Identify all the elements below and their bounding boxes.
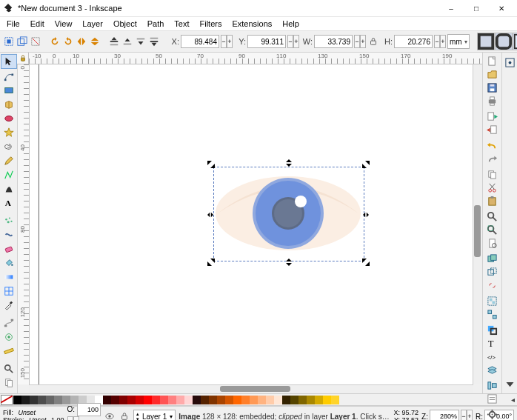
lower-icon[interactable] bbox=[135, 33, 147, 50]
cmd-fillstroke-icon[interactable] bbox=[485, 324, 500, 336]
swatch[interactable] bbox=[241, 396, 250, 404]
select-all-layers-icon[interactable] bbox=[16, 33, 28, 50]
tool-bezier[interactable] bbox=[1, 168, 16, 181]
lower-bottom-icon[interactable] bbox=[148, 33, 160, 50]
swatch[interactable] bbox=[209, 396, 217, 404]
cmd-redo-icon[interactable] bbox=[485, 153, 500, 164]
swatch[interactable] bbox=[184, 396, 193, 404]
flip-h-icon[interactable] bbox=[76, 33, 87, 50]
cmd-clone-icon[interactable] bbox=[485, 267, 500, 278]
x-spinner[interactable]: −+ bbox=[221, 35, 233, 48]
handle-w[interactable] bbox=[207, 211, 215, 219]
deselect-icon[interactable] bbox=[30, 33, 41, 50]
swatch[interactable] bbox=[103, 396, 111, 404]
menu-path[interactable]: Path bbox=[142, 19, 170, 29]
tool-measure[interactable] bbox=[1, 344, 16, 358]
opacity-input[interactable] bbox=[77, 403, 101, 416]
w-input[interactable] bbox=[314, 35, 353, 48]
handle-s[interactable] bbox=[286, 259, 293, 266]
tool-tweak[interactable] bbox=[1, 228, 16, 241]
cmd-group-icon[interactable] bbox=[485, 296, 500, 307]
affect-gradient-icon[interactable] bbox=[513, 33, 517, 50]
swatch[interactable] bbox=[38, 396, 46, 404]
flip-v-icon[interactable] bbox=[89, 33, 101, 50]
tool-selector[interactable] bbox=[1, 54, 17, 69]
handle-n[interactable] bbox=[286, 159, 293, 167]
cmd-cut-icon[interactable] bbox=[485, 182, 500, 193]
w-spinner[interactable]: −+ bbox=[354, 35, 366, 48]
tool-ellipse[interactable] bbox=[1, 112, 16, 125]
vertical-scrollbar[interactable] bbox=[473, 64, 482, 384]
menu-view[interactable]: View bbox=[50, 19, 78, 29]
handle-nw[interactable] bbox=[207, 161, 215, 168]
swatch[interactable] bbox=[144, 396, 152, 404]
tool-mesh[interactable] bbox=[1, 284, 16, 298]
swatch[interactable] bbox=[225, 396, 233, 404]
swatch[interactable] bbox=[111, 396, 119, 404]
cmd-ungroup-icon[interactable] bbox=[485, 309, 500, 320]
affect-corners-icon[interactable] bbox=[495, 33, 513, 50]
h-input[interactable] bbox=[394, 35, 433, 48]
cmd-align-icon[interactable] bbox=[485, 380, 500, 391]
tool-pages[interactable] bbox=[1, 376, 16, 390]
cmd-xml-icon[interactable]: </> bbox=[485, 351, 500, 362]
cmd-print-icon[interactable] bbox=[485, 96, 500, 107]
handle-sw[interactable] bbox=[207, 259, 215, 266]
raise-top-icon[interactable] bbox=[108, 33, 120, 50]
cmd-prefs-icon[interactable] bbox=[485, 409, 500, 420]
tool-zoom[interactable] bbox=[1, 362, 16, 376]
zoom-spinner[interactable]: −+ bbox=[461, 410, 473, 420]
raise-icon[interactable] bbox=[121, 33, 133, 50]
cmd-zoom-draw-icon[interactable] bbox=[485, 224, 500, 236]
window-close[interactable]: ✕ bbox=[489, 1, 514, 16]
swatch[interactable] bbox=[13, 396, 21, 404]
swatch[interactable] bbox=[54, 396, 62, 404]
swatch[interactable] bbox=[233, 396, 241, 404]
swatch[interactable] bbox=[323, 396, 331, 404]
swatch[interactable] bbox=[136, 396, 144, 404]
swatch[interactable] bbox=[315, 396, 323, 404]
swatch[interactable] bbox=[21, 396, 30, 404]
cmd-save-icon[interactable] bbox=[485, 82, 500, 93]
vertical-ruler[interactable]: 04080120150 bbox=[18, 64, 30, 384]
horizontal-ruler[interactable]: -10010 305070 90110130 150170190 bbox=[29, 53, 482, 64]
swatch[interactable] bbox=[290, 396, 298, 404]
lock-aspect-icon[interactable] bbox=[367, 33, 379, 50]
swatch[interactable] bbox=[193, 396, 201, 404]
y-spinner[interactable]: −+ bbox=[287, 35, 299, 48]
select-all-icon[interactable] bbox=[3, 33, 15, 50]
fill-stroke-indicator[interactable]: Fill: Unset Stroke: Unset 1.00 bbox=[3, 409, 64, 420]
swatch[interactable] bbox=[201, 396, 209, 404]
tool-lpe[interactable] bbox=[1, 330, 16, 344]
tool-star[interactable] bbox=[1, 126, 16, 139]
cmd-open-icon[interactable] bbox=[485, 69, 500, 80]
layer-lock-icon[interactable] bbox=[119, 410, 130, 420]
unit-select[interactable]: mm bbox=[447, 34, 470, 49]
swatch[interactable] bbox=[298, 396, 307, 404]
swatch[interactable] bbox=[127, 396, 136, 404]
swatch[interactable] bbox=[331, 396, 339, 404]
cmd-copy-icon[interactable] bbox=[485, 169, 500, 180]
snap-more-icon[interactable] bbox=[502, 377, 517, 390]
menu-help[interactable]: Help bbox=[277, 19, 304, 29]
handle-se[interactable] bbox=[362, 259, 370, 266]
tool-calligraphy[interactable] bbox=[1, 182, 16, 196]
menu-filters[interactable]: Filters bbox=[195, 19, 227, 29]
cmd-unlink-icon[interactable] bbox=[485, 280, 500, 291]
horizontal-scrollbar[interactable] bbox=[29, 384, 473, 393]
swatch[interactable] bbox=[30, 396, 38, 404]
tool-bucket[interactable] bbox=[1, 256, 16, 270]
swatch[interactable] bbox=[152, 396, 160, 404]
layer-selector[interactable]: ▴▾Layer 1▾ bbox=[133, 410, 176, 420]
tool-pencil[interactable] bbox=[1, 154, 16, 167]
menu-file[interactable]: File bbox=[1, 19, 25, 29]
swatch[interactable] bbox=[274, 396, 282, 404]
cmd-import-icon[interactable] bbox=[485, 111, 500, 122]
layer-visibility-icon[interactable] bbox=[104, 410, 116, 420]
cmd-export-icon[interactable] bbox=[485, 124, 500, 136]
palette-menu-icon[interactable]: ◂ bbox=[508, 396, 517, 404]
swatch[interactable] bbox=[119, 396, 127, 404]
opacity-spinner[interactable]: −+ bbox=[67, 416, 79, 420]
swatch[interactable] bbox=[217, 396, 225, 404]
tool-spray[interactable] bbox=[1, 214, 16, 227]
